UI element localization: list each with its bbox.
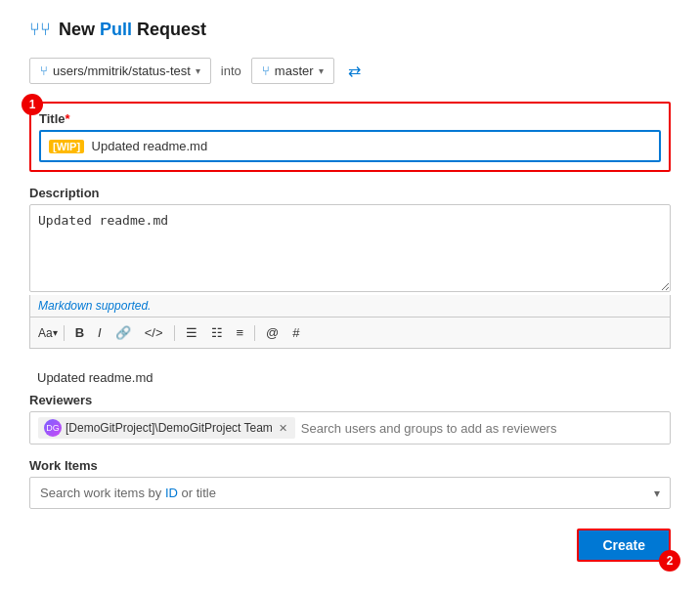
source-branch-label: users/mmitrik/status-test	[53, 64, 191, 78]
page-header: ⑂⑂ New Pull Request	[29, 20, 671, 40]
footer-row: Create 2	[29, 529, 671, 562]
title-suffix: Request	[132, 20, 206, 39]
remove-reviewer-button[interactable]: ✕	[277, 422, 289, 435]
numbered-list-button[interactable]: ☷	[206, 322, 228, 343]
work-items-placeholder: Search work items by ID or title	[40, 486, 216, 500]
title-label: Title*	[39, 111, 661, 126]
title-input[interactable]	[41, 132, 659, 160]
target-branch-selector[interactable]: ⑂ master ▾	[251, 58, 334, 84]
work-items-id: ID	[165, 486, 178, 500]
title-prefix: New	[59, 20, 100, 39]
source-branch-icon: ⑂	[40, 64, 48, 78]
reviewers-label: Reviewers	[29, 393, 671, 407]
reviewers-section: Reviewers DG [DemoGitProject]\DemoGitPro…	[29, 393, 671, 445]
target-branch-label: master	[275, 64, 314, 78]
create-button[interactable]: Create	[577, 529, 671, 562]
reviewers-input-row[interactable]: DG [DemoGitProject]\DemoGitProject Team …	[29, 411, 671, 445]
step-badge-2: 2	[659, 550, 680, 572]
work-items-pre: Search work items by	[40, 486, 165, 500]
preview-text: Updated readme.md	[29, 362, 671, 393]
link-button[interactable]: 🔗	[110, 322, 136, 343]
reviewer-avatar: DG	[44, 419, 62, 437]
branch-row: ⑂ users/mmitrik/status-test ▾ into ⑂ mas…	[29, 58, 671, 84]
font-label: Aa	[38, 326, 53, 340]
toolbar-sep-2	[174, 325, 175, 341]
swap-branches-button[interactable]: ⇄	[344, 58, 365, 84]
indent-list-button[interactable]: ≡	[232, 322, 249, 343]
description-section: Description Updated readme.md Markdown s…	[29, 186, 671, 349]
title-input-wrapper: [WIP]	[39, 130, 661, 162]
toolbar-sep-1	[64, 325, 65, 341]
hash-button[interactable]: #	[287, 322, 304, 343]
reviewer-name: [DemoGitProject]\DemoGitProject Team	[66, 421, 273, 435]
step-badge-1: 1	[22, 94, 43, 115]
source-branch-selector[interactable]: ⑂ users/mmitrik/status-test ▾	[29, 58, 211, 84]
formatting-toolbar: Aa ▾ B I 🔗 </> ☰ ☷ ≡ @ #	[29, 318, 671, 349]
bold-label: B	[75, 325, 84, 340]
target-branch-icon: ⑂	[262, 64, 270, 78]
description-textarea[interactable]: Updated readme.md	[29, 204, 671, 292]
title-section: 1 Title* [WIP]	[29, 102, 671, 172]
reviewer-tag: DG [DemoGitProject]\DemoGitProject Team …	[38, 417, 295, 439]
wip-badge: [WIP]	[49, 140, 84, 153]
create-button-wrapper: Create 2	[577, 529, 671, 562]
work-items-label: Work Items	[29, 458, 671, 473]
title-highlight: Pull	[100, 20, 132, 39]
markdown-note: Markdown supported.	[29, 295, 671, 318]
title-label-text: Title	[39, 111, 66, 126]
mention-button[interactable]: @	[261, 322, 284, 343]
italic-label: I	[98, 325, 102, 340]
work-items-section: Work Items Search work items by ID or ti…	[29, 458, 671, 509]
description-label: Description	[29, 186, 671, 200]
bullet-list-button[interactable]: ☰	[181, 322, 202, 343]
work-items-dropdown[interactable]: Search work items by ID or title ▾	[29, 477, 671, 509]
into-label: into	[221, 64, 241, 78]
reviewer-search-input[interactable]	[301, 421, 662, 436]
target-branch-chevron: ▾	[319, 65, 324, 76]
font-chevron: ▾	[53, 327, 58, 338]
title-required-marker: *	[66, 111, 70, 126]
bold-button[interactable]: B	[70, 322, 89, 343]
page-title: New Pull Request	[59, 20, 206, 40]
pr-icon: ⑂⑂	[29, 20, 51, 40]
work-items-mid: or title	[178, 486, 216, 500]
code-button[interactable]: </>	[140, 322, 168, 343]
toolbar-sep-3	[254, 325, 255, 341]
source-branch-chevron: ▾	[196, 65, 200, 76]
italic-button[interactable]: I	[93, 322, 107, 343]
font-size-selector[interactable]: Aa ▾	[38, 326, 58, 340]
work-items-chevron-icon: ▾	[654, 487, 660, 500]
